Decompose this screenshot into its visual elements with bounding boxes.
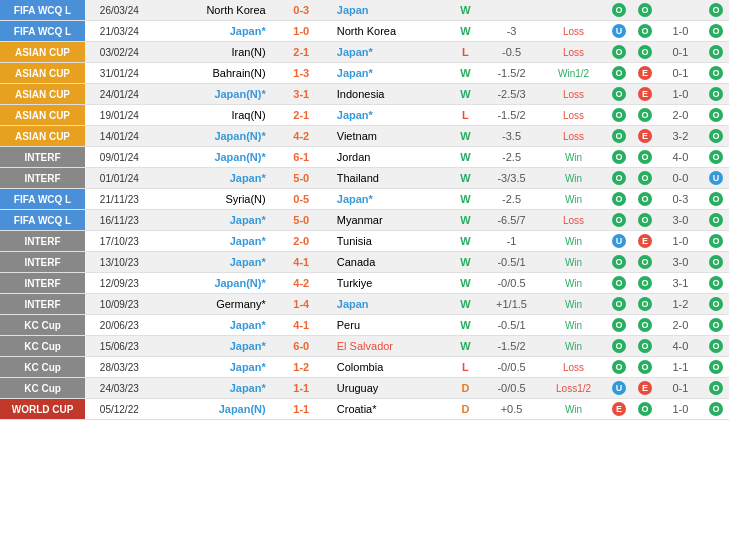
o3-cell: O	[703, 399, 729, 420]
home-team: Japan(N)*	[214, 130, 265, 142]
o1-cell: O	[606, 189, 632, 210]
score-cell: 1-0	[272, 21, 331, 42]
o2-cell: E	[632, 231, 658, 252]
indicator: U	[612, 381, 626, 395]
o1-cell: O	[606, 273, 632, 294]
table-row: ASIAN CUP 19/01/24 Iraq(N) 2-1 Japan* L …	[0, 105, 729, 126]
indicator: O	[709, 150, 723, 164]
o3-cell: O	[703, 0, 729, 21]
indicator: O	[612, 339, 626, 353]
table-row: INTERF 09/01/24 Japan(N)* 6-1 Jordan W -…	[0, 147, 729, 168]
result-cell: Win	[541, 147, 606, 168]
correct-score-cell: 1-0	[658, 84, 703, 105]
wdl-cell: W	[449, 210, 482, 231]
away-team-cell: Jordan	[331, 147, 449, 168]
home-team: Japan*	[230, 172, 266, 184]
home-team-cell: Japan(N)*	[154, 84, 272, 105]
result-cell: Win	[541, 189, 606, 210]
away-team: Turkiye	[337, 277, 373, 289]
home-team: Syria(N)	[225, 193, 265, 205]
correct-score-cell: 2-0	[658, 105, 703, 126]
competition-cell: ASIAN CUP	[0, 42, 85, 63]
score-cell: 5-0	[272, 168, 331, 189]
wdl-cell: L	[449, 357, 482, 378]
o1-cell: O	[606, 105, 632, 126]
wdl-cell: W	[449, 189, 482, 210]
o1-cell: O	[606, 84, 632, 105]
date-cell: 20/06/23	[85, 315, 154, 336]
competition-cell: KC Cup	[0, 378, 85, 399]
correct-score-cell: 1-0	[658, 231, 703, 252]
wdl-cell: W	[449, 294, 482, 315]
indicator: O	[638, 192, 652, 206]
o1-cell: O	[606, 147, 632, 168]
result-cell: Win	[541, 315, 606, 336]
score-cell: 5-0	[272, 210, 331, 231]
result-cell: Loss	[541, 210, 606, 231]
o2-cell: O	[632, 105, 658, 126]
o1-cell: O	[606, 252, 632, 273]
indicator: U	[612, 24, 626, 38]
table-row: KC Cup 15/06/23 Japan* 6-0 El Salvador W…	[0, 336, 729, 357]
indicator: O	[709, 87, 723, 101]
competition-cell: INTERF	[0, 231, 85, 252]
competition-cell: ASIAN CUP	[0, 126, 85, 147]
result-cell: Win	[541, 168, 606, 189]
handicap-cell: -0.5/1	[482, 252, 541, 273]
indicator: O	[612, 45, 626, 59]
away-team: Myanmar	[337, 214, 383, 226]
indicator: O	[638, 45, 652, 59]
away-team: Thailand	[337, 172, 379, 184]
indicator: O	[638, 213, 652, 227]
handicap-cell: -0/0.5	[482, 273, 541, 294]
indicator: O	[612, 87, 626, 101]
indicator: O	[638, 24, 652, 38]
away-team-cell: Japan*	[331, 42, 449, 63]
table-row: WORLD CUP 05/12/22 Japan(N) 1-1 Croatia*…	[0, 399, 729, 420]
home-team: Japan*	[230, 235, 266, 247]
handicap-cell: -3.5	[482, 126, 541, 147]
indicator: O	[709, 129, 723, 143]
score-cell: 1-3	[272, 63, 331, 84]
score-cell: 4-2	[272, 273, 331, 294]
competition-cell: KC Cup	[0, 315, 85, 336]
table-row: INTERF 12/09/23 Japan(N)* 4-2 Turkiye W …	[0, 273, 729, 294]
indicator: O	[709, 24, 723, 38]
home-team-cell: Iran(N)	[154, 42, 272, 63]
score-cell: 1-1	[272, 378, 331, 399]
score-cell: 1-4	[272, 294, 331, 315]
date-cell: 24/01/24	[85, 84, 154, 105]
away-team-cell: Japan*	[331, 105, 449, 126]
date-cell: 14/01/24	[85, 126, 154, 147]
handicap-cell: -0/0.5	[482, 378, 541, 399]
date-cell: 03/02/24	[85, 42, 154, 63]
away-team-cell: Croatia*	[331, 399, 449, 420]
home-team: Germany*	[216, 298, 266, 310]
o1-cell: O	[606, 294, 632, 315]
home-team-cell: Japan(N)*	[154, 147, 272, 168]
date-cell: 05/12/22	[85, 399, 154, 420]
away-team-cell: Japan*	[331, 63, 449, 84]
competition-cell: INTERF	[0, 168, 85, 189]
score-cell: 6-1	[272, 147, 331, 168]
home-team: Bahrain(N)	[213, 67, 266, 79]
correct-score-cell: 3-0	[658, 210, 703, 231]
wdl-cell: W	[449, 273, 482, 294]
indicator: O	[709, 339, 723, 353]
o1-cell: O	[606, 168, 632, 189]
o2-cell: O	[632, 399, 658, 420]
o3-cell: O	[703, 315, 729, 336]
date-cell: 24/03/23	[85, 378, 154, 399]
table-row: ASIAN CUP 31/01/24 Bahrain(N) 1-3 Japan*…	[0, 63, 729, 84]
away-team: Vietnam	[337, 130, 377, 142]
date-cell: 16/11/23	[85, 210, 154, 231]
wdl-cell: W	[449, 252, 482, 273]
competition-cell: ASIAN CUP	[0, 63, 85, 84]
result-cell: Loss1/2	[541, 378, 606, 399]
date-cell: 21/03/24	[85, 21, 154, 42]
home-team: Japan*	[230, 25, 266, 37]
indicator: O	[612, 360, 626, 374]
wdl-cell: W	[449, 126, 482, 147]
indicator: O	[612, 255, 626, 269]
away-team-cell: North Korea	[331, 21, 449, 42]
